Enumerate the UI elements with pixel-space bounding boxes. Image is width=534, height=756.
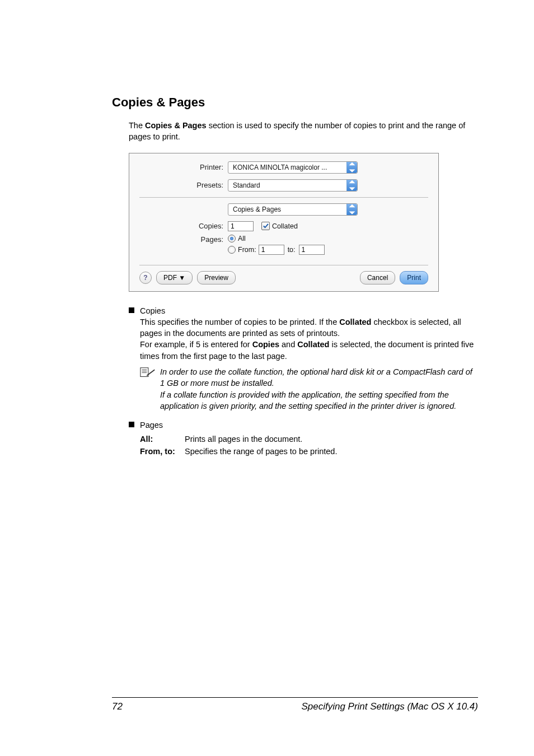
section-heading: Copies & Pages [112, 95, 478, 110]
preview-button[interactable]: Preview [197, 271, 236, 284]
copies-bullet-title: Copies [140, 305, 165, 316]
divider [139, 197, 428, 198]
pages-all-radio[interactable] [228, 235, 236, 242]
pdf-button[interactable]: PDF ▼ [156, 271, 193, 284]
presets-label: Presets: [139, 181, 228, 189]
colon: : [151, 435, 153, 444]
stepper-icon [346, 162, 357, 173]
t: For example, if 5 is entered for [140, 340, 252, 349]
print-dialog: Printer: KONICA MINOLTA magicolor ... Pr… [129, 153, 439, 292]
presets-value: Standard [228, 181, 346, 189]
copies-input[interactable] [228, 221, 254, 231]
t: All [140, 435, 151, 444]
pages-bullet-title: Pages [140, 419, 163, 431]
print-button[interactable]: Print [400, 271, 428, 284]
help-icon: ? [143, 274, 147, 282]
stepper-icon [346, 204, 357, 215]
intro-text-1: The [129, 121, 145, 130]
divider [139, 265, 428, 265]
bullet-icon [129, 422, 134, 427]
copies-desc-1: This specifies the number of copies to b… [140, 316, 478, 339]
check-icon [263, 223, 269, 229]
intro-bold: Copies & Pages [145, 121, 207, 130]
stepper-icon [346, 180, 357, 191]
pages-from-label: From: [238, 246, 256, 254]
note-icon [140, 367, 156, 378]
pages-fromto-key: From, to: [140, 447, 185, 456]
collated-checkbox[interactable] [261, 222, 270, 230]
presets-select[interactable]: Standard [228, 179, 358, 192]
copies-label: Copies: [139, 222, 228, 230]
printer-select[interactable]: KONICA MINOLTA magicolor ... [228, 161, 358, 174]
copies-desc-2: For example, if 5 is entered for Copies … [140, 339, 478, 362]
copies-note: In order to use the collate function, th… [160, 366, 478, 412]
t: Collated [339, 318, 371, 326]
t: and [279, 340, 297, 349]
collated-label: Collated [272, 222, 298, 230]
intro-paragraph: The Copies & Pages section is used to sp… [129, 120, 478, 143]
pages-from-radio[interactable] [228, 246, 236, 254]
page-number: 72 [112, 701, 123, 712]
section-value: Copies & Pages [228, 206, 346, 213]
t: This specifies the number of copies to b… [140, 318, 339, 326]
t: Collated [297, 340, 329, 349]
t: From, to [140, 447, 172, 456]
pages-from-input[interactable] [259, 245, 284, 255]
pages-to-label: to: [288, 246, 296, 254]
section-select[interactable]: Copies & Pages [228, 203, 358, 216]
printer-label: Printer: [139, 163, 228, 171]
pages-fromto-desc: Specifies the range of pages to be print… [185, 447, 337, 456]
bullet-icon [129, 307, 134, 313]
pages-to-input[interactable] [299, 245, 325, 255]
page-footer: 72 Specifying Print Settings (Mac OS X 1… [112, 697, 478, 712]
t: Copies [252, 340, 279, 349]
pages-all-desc: Prints all pages in the document. [185, 435, 302, 444]
footer-title: Specifying Print Settings (Mac OS X 10.4… [301, 701, 478, 712]
colon: : [172, 447, 175, 456]
pages-all-label: All [238, 235, 246, 242]
pages-all-key: All: [140, 435, 185, 444]
cancel-button[interactable]: Cancel [360, 271, 395, 284]
help-button[interactable]: ? [139, 272, 152, 284]
pages-label: Pages: [139, 235, 228, 244]
printer-value: KONICA MINOLTA magicolor ... [228, 164, 346, 171]
footer-divider [112, 697, 478, 698]
